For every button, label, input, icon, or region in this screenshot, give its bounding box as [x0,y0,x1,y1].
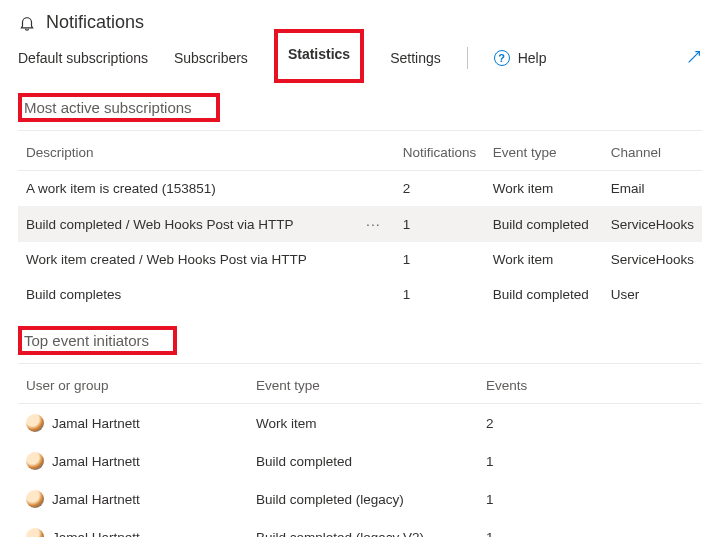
bell-icon [18,14,36,32]
avatar [26,490,44,508]
cell-notifications: 2 [395,171,485,207]
help-label: Help [518,50,547,66]
col-notifications[interactable]: Notifications [395,131,485,171]
cell-event-type: Build completed [248,442,478,480]
cell-channel: Email [603,171,702,207]
cell-user: Jamal Hartnett [52,492,140,507]
page-title: Notifications [46,12,144,33]
table-row[interactable]: Work item created / Web Hooks Post via H… [18,242,702,277]
avatar [26,528,44,537]
cell-description: Build completes [26,287,387,302]
expand-button[interactable] [686,49,702,68]
col-event-type[interactable]: Event type [248,364,478,404]
table-header-row: Description Notifications Event type Cha… [18,131,702,171]
cell-events: 2 [478,404,702,443]
tab-default-subscriptions[interactable]: Default subscriptions [18,39,148,77]
most-active-table: Description Notifications Event type Cha… [18,131,702,312]
section-title-most-active: Most active subscriptions [24,93,202,122]
cell-notifications: 1 [395,242,485,277]
cell-notifications: 1 [395,206,485,242]
cell-user: Jamal Hartnett [52,530,140,538]
cell-event-type: Build completed (legacy V2) [248,518,478,537]
section-title-top-initiators: Top event initiators [24,326,159,355]
cell-user: Jamal Hartnett [52,416,140,431]
cell-events: 1 [478,480,702,518]
col-events[interactable]: Events [478,364,702,404]
tab-bar: Default subscriptions Subscribers Statis… [18,39,702,77]
expand-icon [686,49,702,65]
table-row[interactable]: Jamal HartnettWork item2 [18,404,702,443]
cell-event-type: Work item [248,404,478,443]
col-description[interactable]: Description [18,131,395,171]
table-row[interactable]: Jamal HartnettBuild completed1 [18,442,702,480]
cell-description: Build completed / Web Hooks Post via HTT… [26,217,360,232]
cell-event-type: Work item [485,171,603,207]
help-link[interactable]: ? Help [494,50,547,66]
table-row[interactable]: Build completes1Build completedUser [18,277,702,312]
section-top-initiators-highlight: Top event initiators [18,326,177,355]
cell-notifications: 1 [395,277,485,312]
col-event-type[interactable]: Event type [485,131,603,171]
table-row[interactable]: Jamal HartnettBuild completed (legacy V2… [18,518,702,537]
cell-event-type: Build completed [485,277,603,312]
cell-events: 1 [478,518,702,537]
avatar [26,414,44,432]
cell-channel: ServiceHooks [603,242,702,277]
avatar [26,452,44,470]
col-channel[interactable]: Channel [603,131,702,171]
cell-event-type: Build completed [485,206,603,242]
row-more-icon[interactable]: ··· [360,216,387,232]
col-user[interactable]: User or group [18,364,248,404]
table-row[interactable]: Jamal HartnettBuild completed (legacy)1 [18,480,702,518]
tab-divider [467,47,468,69]
tab-subscribers[interactable]: Subscribers [174,39,248,77]
cell-user: Jamal Hartnett [52,454,140,469]
tab-settings[interactable]: Settings [390,39,441,77]
cell-events: 1 [478,442,702,480]
help-icon: ? [494,50,510,66]
cell-channel: User [603,277,702,312]
cell-description: Work item created / Web Hooks Post via H… [26,252,387,267]
table-header-row: User or group Event type Events [18,364,702,404]
cell-channel: ServiceHooks [603,206,702,242]
cell-event-type: Work item [485,242,603,277]
cell-description: A work item is created (153851) [26,181,387,196]
section-most-active-highlight: Most active subscriptions [18,93,220,122]
table-row[interactable]: Build completed / Web Hooks Post via HTT… [18,206,702,242]
tab-statistics[interactable]: Statistics [274,29,364,83]
cell-event-type: Build completed (legacy) [248,480,478,518]
table-row[interactable]: A work item is created (153851)2Work ite… [18,171,702,207]
top-initiators-table: User or group Event type Events Jamal Ha… [18,364,702,537]
